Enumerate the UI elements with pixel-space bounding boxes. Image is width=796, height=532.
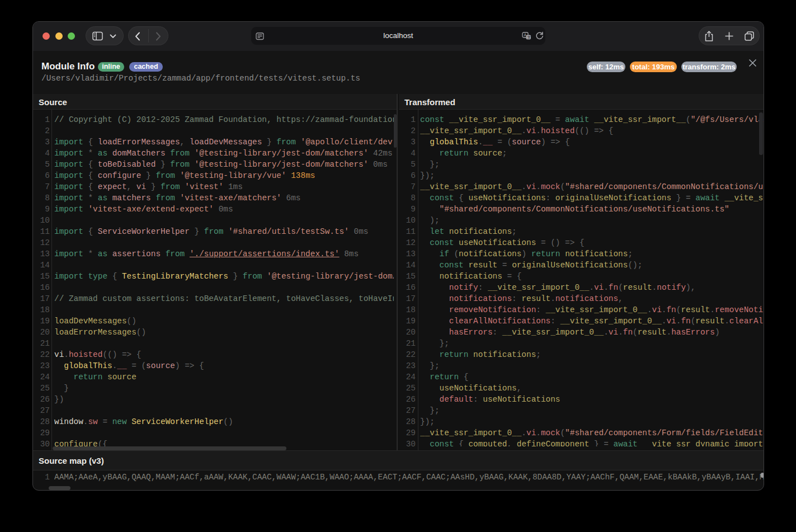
svg-text:A: A (524, 32, 526, 37)
svg-text:文: 文 (527, 35, 531, 39)
